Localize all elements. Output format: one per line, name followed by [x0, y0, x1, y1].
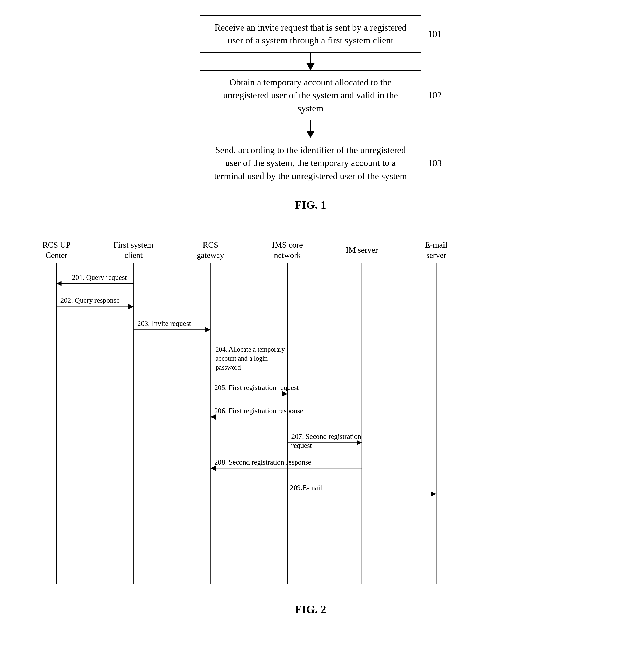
fig1-caption: FIG. 1	[295, 198, 326, 211]
actor-rcs-gateway-2: gateway	[197, 251, 224, 260]
msg-209-label: 209.E-mail	[290, 484, 322, 492]
actor-im-server: IM server	[346, 245, 378, 254]
actor-first-system-client: First system	[114, 240, 153, 249]
step-102-box: Obtain a temporary account allocated to …	[200, 70, 421, 120]
msg-208-arrow	[210, 466, 216, 471]
arrowhead-1	[306, 63, 315, 70]
step-102-number: 102	[428, 90, 442, 101]
actor-first-system-client-2: client	[124, 251, 142, 260]
step-101-text: Receive an invite request that is sent b…	[214, 23, 407, 46]
actor-rcs-up-center: RCS UP	[42, 240, 71, 249]
msg-205-label: 205. First registration request	[214, 384, 299, 392]
msg-204-label-2: account and a login	[216, 355, 267, 362]
msg-203-arrow	[205, 327, 210, 332]
msg-207-arrow	[357, 440, 362, 445]
msg-204-label-3: password	[216, 364, 241, 371]
actor-email-server-2: server	[426, 251, 446, 260]
step-101-box: Receive an invite request that is sent b…	[200, 15, 421, 53]
arrowhead-2	[306, 131, 315, 138]
fig2-caption: FIG. 2	[20, 603, 601, 616]
sequence-diagram-svg: RCS UP Center First system client RCS ga…	[20, 237, 601, 597]
msg-202-label: 202. Query response	[60, 296, 120, 304]
actor-email-server: E-mail	[425, 240, 447, 249]
msg-202-arrow	[128, 304, 133, 309]
msg-206-arrow	[210, 414, 216, 420]
msg-208-label: 208. Second registration response	[214, 458, 311, 466]
actor-ims-core-network-2: network	[274, 251, 301, 260]
msg-201-label: 201. Query request	[72, 273, 127, 281]
actor-ims-core-network: IMS core	[272, 240, 303, 249]
msg-207-label-1: 207. Second registration	[291, 432, 361, 440]
step-103-wrapper: Send, according to the identifier of the…	[200, 138, 421, 188]
arrow-1	[310, 53, 311, 63]
arrow-2	[310, 120, 311, 131]
step-103-number: 103	[428, 158, 442, 168]
msg-207-label-2: request	[291, 441, 312, 449]
step-102-text: Obtain a temporary account allocated to …	[223, 77, 398, 114]
msg-206-label: 206. First registration response	[214, 407, 303, 414]
fig1-flowchart: Receive an invite request that is sent b…	[20, 15, 601, 227]
msg-209-arrow	[431, 491, 436, 497]
fig2-sequence-diagram: RCS UP Center First system client RCS ga…	[20, 237, 601, 616]
msg-201-arrow	[56, 281, 62, 286]
step-101-wrapper: Receive an invite request that is sent b…	[200, 15, 421, 53]
step-103-text: Send, according to the identifier of the…	[214, 145, 407, 181]
msg-203-label: 203. Invite request	[137, 319, 191, 327]
actor-rcs-up-center-2: Center	[45, 251, 68, 260]
step-102-wrapper: Obtain a temporary account allocated to …	[200, 70, 421, 120]
step-101-number: 101	[428, 29, 442, 39]
step-103-box: Send, according to the identifier of the…	[200, 138, 421, 188]
msg-205-arrow	[282, 391, 287, 397]
msg-204-label-1: 204. Allocate a temporary	[216, 346, 285, 353]
actor-rcs-gateway: RCS	[203, 240, 218, 249]
